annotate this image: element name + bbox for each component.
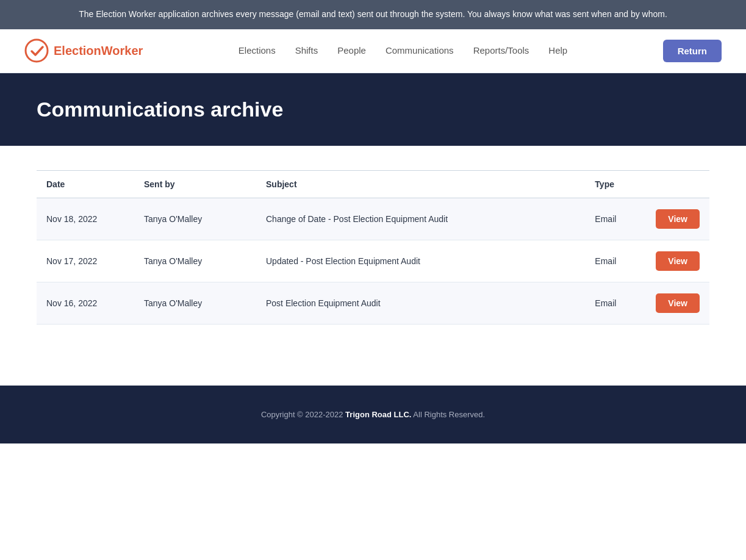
col-header-subject: Subject (256, 170, 585, 198)
page-title: Communications archive (37, 98, 709, 121)
cell-action: View (646, 282, 709, 324)
footer-brand: Trigon Road LLC. (345, 410, 411, 419)
nav-elections[interactable]: Elections (239, 45, 276, 56)
main-content: Date Sent by Subject Type Nov 18, 2022Ta… (0, 146, 746, 349)
hero-section: Communications archive (0, 73, 746, 146)
nav-shifts[interactable]: Shifts (295, 45, 318, 56)
cell-sent-by: Tanya O'Malley (134, 282, 256, 324)
return-button[interactable]: Return (663, 40, 722, 62)
footer: Copyright © 2022-2022 Trigon Road LLC. A… (0, 386, 746, 443)
cell-sent-by: Tanya O'Malley (134, 240, 256, 282)
cell-action: View (646, 198, 709, 240)
cell-type: Email (585, 198, 646, 240)
navbar: ElectionWorker Elections Shifts People C… (0, 29, 746, 73)
cell-type: Email (585, 240, 646, 282)
cell-date: Nov 17, 2022 (37, 240, 134, 282)
col-header-type: Type (585, 170, 646, 198)
cell-subject: Change of Date - Post Election Equipment… (256, 198, 585, 240)
col-header-sentby: Sent by (134, 170, 256, 198)
cell-subject: Post Election Equipment Audit (256, 282, 585, 324)
view-button[interactable]: View (656, 293, 700, 313)
archive-table: Date Sent by Subject Type Nov 18, 2022Ta… (37, 170, 709, 325)
banner-text: The Election Worker application archives… (79, 9, 667, 19)
nav-reports-tools[interactable]: Reports/Tools (473, 45, 529, 56)
table-row: Nov 17, 2022Tanya O'MalleyUpdated - Post… (37, 240, 709, 282)
col-header-action (646, 170, 709, 198)
cell-subject: Updated - Post Election Equipment Audit (256, 240, 585, 282)
logo-area: ElectionWorker (24, 38, 143, 63)
view-button[interactable]: View (656, 209, 700, 229)
col-header-date: Date (37, 170, 134, 198)
nav-links: Elections Shifts People Communications R… (239, 45, 567, 56)
cell-action: View (646, 240, 709, 282)
nav-people[interactable]: People (337, 45, 366, 56)
logo-text: ElectionWorker (54, 44, 143, 58)
footer-text: Copyright © 2022-2022 Trigon Road LLC. A… (261, 410, 485, 419)
logo-icon (24, 38, 49, 63)
cell-date: Nov 16, 2022 (37, 282, 134, 324)
table-row: Nov 16, 2022Tanya O'MalleyPost Election … (37, 282, 709, 324)
nav-communications[interactable]: Communications (386, 45, 454, 56)
cell-date: Nov 18, 2022 (37, 198, 134, 240)
table-row: Nov 18, 2022Tanya O'MalleyChange of Date… (37, 198, 709, 240)
info-banner: The Election Worker application archives… (0, 0, 746, 29)
cell-sent-by: Tanya O'Malley (134, 198, 256, 240)
view-button[interactable]: View (656, 251, 700, 271)
nav-help[interactable]: Help (548, 45, 567, 56)
cell-type: Email (585, 282, 646, 324)
svg-point-1 (26, 40, 48, 62)
table-header-row: Date Sent by Subject Type (37, 170, 709, 198)
